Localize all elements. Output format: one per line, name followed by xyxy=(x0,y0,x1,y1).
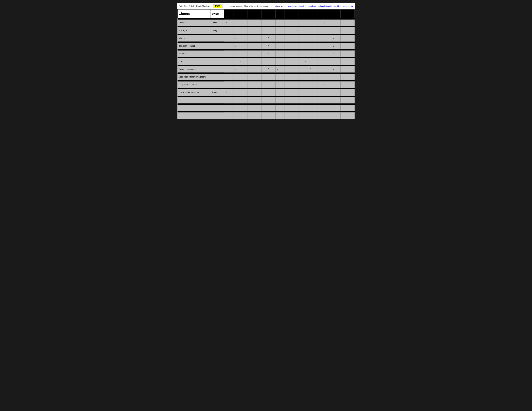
check-cell-3-9[interactable]: / xyxy=(266,43,271,49)
check-cell-5-12[interactable] xyxy=(280,58,285,65)
check-cell-5-2[interactable] xyxy=(233,58,238,65)
check-cell-12-13[interactable] xyxy=(285,112,289,119)
check-cell-11-24[interactable] xyxy=(336,105,341,111)
check-cell-7-3[interactable] xyxy=(238,74,243,80)
check-cell-1-23[interactable] xyxy=(331,27,336,34)
check-cell-4-15[interactable] xyxy=(294,50,299,57)
check-cell-10-6[interactable] xyxy=(252,97,257,103)
check-cell-8-13[interactable] xyxy=(285,81,289,88)
check-cell-12-7[interactable] xyxy=(257,112,261,119)
check-cell-5-21[interactable] xyxy=(322,58,327,65)
check-cell-9-2[interactable] xyxy=(233,89,238,96)
check-cell-11-3[interactable] xyxy=(238,105,243,111)
check-cell-2-9[interactable]: / xyxy=(266,35,271,41)
check-cell-3-20[interactable] xyxy=(317,43,322,49)
check-cell-6-22[interactable] xyxy=(327,66,331,72)
check-cell-4-20[interactable] xyxy=(317,50,322,57)
check-cell-10-15[interactable] xyxy=(294,97,299,103)
check-cell-5-6[interactable] xyxy=(252,58,257,65)
check-cell-7-4[interactable]: / xyxy=(243,74,247,80)
check-cell-10-2[interactable] xyxy=(233,97,238,103)
check-cell-1-25[interactable] xyxy=(341,27,345,34)
check-cell-0-9[interactable] xyxy=(266,19,271,26)
check-cell-6-0[interactable] xyxy=(224,66,229,72)
check-cell-12-17[interactable] xyxy=(303,112,308,119)
check-cell-12-14[interactable] xyxy=(289,112,294,119)
check-cell-10-19[interactable] xyxy=(313,97,317,103)
check-cell-3-21[interactable] xyxy=(322,43,327,49)
check-cell-1-13[interactable] xyxy=(285,27,289,34)
check-cell-11-26[interactable] xyxy=(345,105,350,111)
check-cell-5-0[interactable] xyxy=(224,58,229,65)
check-cell-12-11[interactable] xyxy=(275,112,280,119)
check-cell-9-4[interactable] xyxy=(243,89,247,96)
check-cell-9-19[interactable] xyxy=(313,89,317,96)
check-cell-4-6[interactable] xyxy=(252,50,257,57)
check-cell-0-12[interactable] xyxy=(280,19,285,26)
check-cell-5-8[interactable] xyxy=(261,58,266,65)
check-cell-8-26[interactable] xyxy=(345,81,350,88)
check-cell-4-25[interactable] xyxy=(341,50,345,57)
check-cell-0-7[interactable]: / xyxy=(257,19,261,26)
check-cell-0-10[interactable] xyxy=(271,19,275,26)
check-cell-0-5[interactable] xyxy=(247,19,252,26)
check-cell-4-9[interactable]: / xyxy=(266,50,271,57)
check-cell-2-5[interactable] xyxy=(247,35,252,41)
check-cell-8-7[interactable] xyxy=(257,81,261,88)
check-cell-3-24[interactable] xyxy=(336,43,341,49)
check-cell-10-0[interactable] xyxy=(224,97,229,103)
check-cell-9-23[interactable] xyxy=(331,89,336,96)
check-cell-8-5[interactable] xyxy=(247,81,252,88)
check-cell-8-21[interactable]: / xyxy=(322,81,327,88)
check-cell-2-25[interactable] xyxy=(341,35,345,41)
check-cell-6-18[interactable]: / xyxy=(308,66,313,72)
check-cell-8-18[interactable] xyxy=(308,81,313,88)
check-cell-2-7[interactable] xyxy=(257,35,261,41)
check-cell-2-18[interactable] xyxy=(308,35,313,41)
check-cell-4-27[interactable] xyxy=(350,50,355,57)
check-cell-1-4[interactable] xyxy=(243,27,247,34)
check-cell-11-15[interactable] xyxy=(294,105,299,111)
check-cell-7-14[interactable] xyxy=(289,74,294,80)
check-cell-1-3[interactable] xyxy=(238,27,243,34)
check-cell-9-14[interactable] xyxy=(289,89,294,96)
check-cell-8-10[interactable] xyxy=(271,81,275,88)
check-cell-1-24[interactable] xyxy=(336,27,341,34)
check-cell-7-9[interactable] xyxy=(266,74,271,80)
check-cell-2-21[interactable] xyxy=(322,35,327,41)
check-cell-2-4[interactable] xyxy=(243,35,247,41)
check-cell-11-5[interactable] xyxy=(247,105,252,111)
check-cell-10-21[interactable] xyxy=(322,97,327,103)
check-cell-12-15[interactable] xyxy=(294,112,299,119)
check-cell-4-2[interactable]: / xyxy=(233,50,238,57)
check-cell-12-5[interactable] xyxy=(247,112,252,119)
check-cell-0-25[interactable] xyxy=(341,19,345,26)
check-cell-11-16[interactable] xyxy=(299,105,304,111)
check-cell-4-18[interactable] xyxy=(308,50,313,57)
check-cell-7-21[interactable] xyxy=(322,74,327,80)
check-cell-12-26[interactable] xyxy=(345,112,350,119)
check-cell-8-0[interactable] xyxy=(224,81,229,88)
check-cell-11-0[interactable] xyxy=(224,105,229,111)
check-cell-5-20[interactable] xyxy=(317,58,322,65)
check-cell-6-5[interactable] xyxy=(247,66,252,72)
check-cell-10-20[interactable] xyxy=(317,97,322,103)
check-cell-7-6[interactable] xyxy=(252,74,257,80)
check-cell-11-1[interactable] xyxy=(229,105,233,111)
check-cell-1-27[interactable] xyxy=(350,27,355,34)
check-cell-11-17[interactable] xyxy=(303,105,308,111)
check-cell-4-13[interactable] xyxy=(285,50,289,57)
check-cell-12-19[interactable] xyxy=(313,112,317,119)
check-cell-7-10[interactable] xyxy=(271,74,275,80)
check-cell-4-24[interactable] xyxy=(336,50,341,57)
check-cell-10-12[interactable] xyxy=(280,97,285,103)
check-cell-0-14[interactable]: / xyxy=(289,19,294,26)
check-cell-10-10[interactable] xyxy=(271,97,275,103)
check-cell-3-26[interactable] xyxy=(345,43,350,49)
check-cell-5-7[interactable] xyxy=(257,58,261,65)
check-cell-0-18[interactable] xyxy=(308,19,313,26)
check-cell-1-21[interactable] xyxy=(322,27,327,34)
check-cell-3-6[interactable] xyxy=(252,43,257,49)
check-cell-1-10[interactable] xyxy=(271,27,275,34)
check-cell-0-3[interactable] xyxy=(238,19,243,26)
